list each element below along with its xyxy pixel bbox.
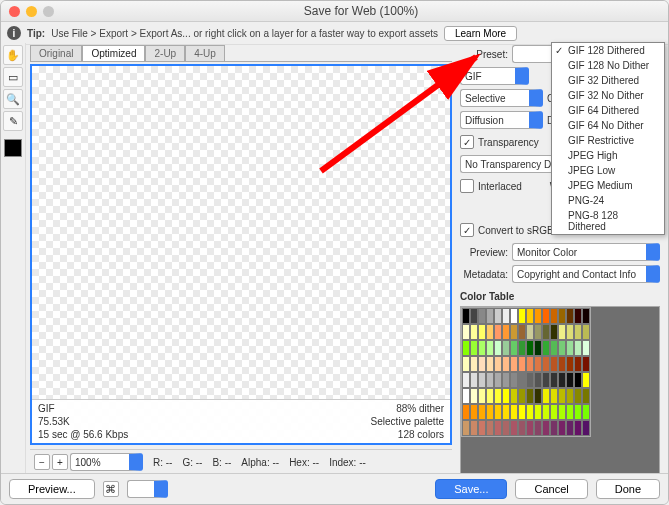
color-swatch[interactable]	[574, 372, 582, 388]
color-swatch[interactable]	[486, 308, 494, 324]
color-swatch[interactable]	[486, 420, 494, 436]
preset-option[interactable]: JPEG Low	[552, 163, 664, 178]
dither-method-select[interactable]: Diffusion	[460, 111, 543, 129]
color-swatch[interactable]	[470, 404, 478, 420]
tab-original[interactable]: Original	[30, 45, 82, 61]
color-swatch[interactable]	[550, 324, 558, 340]
preset-option[interactable]: GIF 64 Dithered	[552, 103, 664, 118]
color-swatch[interactable]	[558, 340, 566, 356]
color-swatch[interactable]	[462, 324, 470, 340]
save-button[interactable]: Save...	[435, 479, 507, 499]
color-swatch[interactable]	[534, 404, 542, 420]
color-swatch[interactable]	[574, 388, 582, 404]
color-swatch[interactable]	[478, 420, 486, 436]
preview-select[interactable]: Monitor Color	[512, 243, 660, 261]
color-swatch[interactable]	[462, 356, 470, 372]
color-swatch[interactable]	[470, 308, 478, 324]
metadata-select[interactable]: Copyright and Contact Info	[512, 265, 660, 283]
color-swatch[interactable]	[494, 372, 502, 388]
color-swatch[interactable]	[494, 404, 502, 420]
color-swatch[interactable]	[494, 420, 502, 436]
color-swatch[interactable]	[518, 388, 526, 404]
color-swatch[interactable]	[510, 420, 518, 436]
color-swatch[interactable]	[566, 340, 574, 356]
color-swatch[interactable]	[542, 404, 550, 420]
preset-option[interactable]: GIF 128 Dithered	[552, 43, 664, 58]
color-swatch[interactable]	[566, 420, 574, 436]
color-swatch[interactable]	[502, 388, 510, 404]
color-swatch[interactable]	[462, 340, 470, 356]
color-swatch[interactable]	[550, 340, 558, 356]
interlaced-checkbox[interactable]	[460, 179, 474, 193]
preset-option[interactable]: GIF 32 No Dither	[552, 88, 664, 103]
srgb-checkbox[interactable]	[460, 223, 474, 237]
color-swatch[interactable]	[582, 404, 590, 420]
color-swatch[interactable]	[550, 372, 558, 388]
color-swatch[interactable]	[558, 308, 566, 324]
color-swatch[interactable]	[478, 324, 486, 340]
color-swatch[interactable]	[574, 324, 582, 340]
zoom-tool-icon[interactable]: 🔍	[3, 89, 23, 109]
color-swatch[interactable]	[526, 372, 534, 388]
color-swatch[interactable]	[526, 356, 534, 372]
color-swatch[interactable]	[518, 404, 526, 420]
transparency-checkbox[interactable]	[460, 135, 474, 149]
browser-select[interactable]	[127, 480, 168, 498]
color-swatch[interactable]	[518, 340, 526, 356]
color-swatch[interactable]	[566, 324, 574, 340]
color-swatch[interactable]	[550, 404, 558, 420]
browser-preview-icon[interactable]: ⌘	[103, 481, 119, 497]
color-swatch[interactable]	[518, 420, 526, 436]
color-swatch[interactable]	[534, 388, 542, 404]
color-table[interactable]	[461, 307, 591, 437]
preset-option[interactable]: GIF 64 No Dither	[552, 118, 664, 133]
color-swatch[interactable]	[558, 372, 566, 388]
color-swatch[interactable]	[542, 372, 550, 388]
color-swatch[interactable]	[494, 388, 502, 404]
color-swatch[interactable]	[526, 404, 534, 420]
preview-canvas[interactable]: GIF 75.53K 15 sec @ 56.6 Kbps 88% dither…	[30, 64, 452, 445]
color-swatch[interactable]	[566, 356, 574, 372]
preset-option[interactable]: JPEG High	[552, 148, 664, 163]
minimize-window-icon[interactable]	[26, 6, 37, 17]
filetype-select[interactable]: GIF	[460, 67, 529, 85]
color-swatch[interactable]	[558, 388, 566, 404]
close-window-icon[interactable]	[9, 6, 20, 17]
color-swatch[interactable]	[534, 372, 542, 388]
color-swatch[interactable]	[542, 324, 550, 340]
preset-option[interactable]: GIF Restrictive	[552, 133, 664, 148]
color-swatch[interactable]	[542, 340, 550, 356]
color-swatch[interactable]	[502, 404, 510, 420]
color-swatch[interactable]	[502, 372, 510, 388]
color-swatch[interactable]	[566, 372, 574, 388]
color-swatch[interactable]	[486, 356, 494, 372]
color-swatch[interactable]	[582, 356, 590, 372]
color-swatch[interactable]	[478, 388, 486, 404]
color-swatch[interactable]	[470, 372, 478, 388]
preset-option[interactable]: GIF 32 Dithered	[552, 73, 664, 88]
color-swatch[interactable]	[462, 404, 470, 420]
color-swatch[interactable]	[534, 308, 542, 324]
preset-dropdown[interactable]: GIF 128 Dithered GIF 128 No Dither GIF 3…	[551, 42, 665, 235]
foreground-swatch[interactable]	[4, 139, 22, 157]
color-swatch[interactable]	[478, 404, 486, 420]
color-swatch[interactable]	[574, 404, 582, 420]
color-swatch[interactable]	[486, 388, 494, 404]
color-swatch[interactable]	[510, 388, 518, 404]
color-swatch[interactable]	[494, 324, 502, 340]
preset-option[interactable]: JPEG Medium	[552, 178, 664, 193]
zoom-in-button[interactable]: +	[52, 454, 68, 470]
slice-tool-icon[interactable]: ▭	[3, 67, 23, 87]
color-swatch[interactable]	[462, 372, 470, 388]
color-swatch[interactable]	[526, 388, 534, 404]
color-swatch[interactable]	[494, 356, 502, 372]
color-swatch[interactable]	[510, 308, 518, 324]
preview-button[interactable]: Preview...	[9, 479, 95, 499]
color-swatch[interactable]	[566, 308, 574, 324]
color-swatch[interactable]	[558, 420, 566, 436]
color-swatch[interactable]	[510, 324, 518, 340]
done-button[interactable]: Done	[596, 479, 660, 499]
color-swatch[interactable]	[478, 372, 486, 388]
color-swatch[interactable]	[526, 308, 534, 324]
color-swatch[interactable]	[494, 308, 502, 324]
